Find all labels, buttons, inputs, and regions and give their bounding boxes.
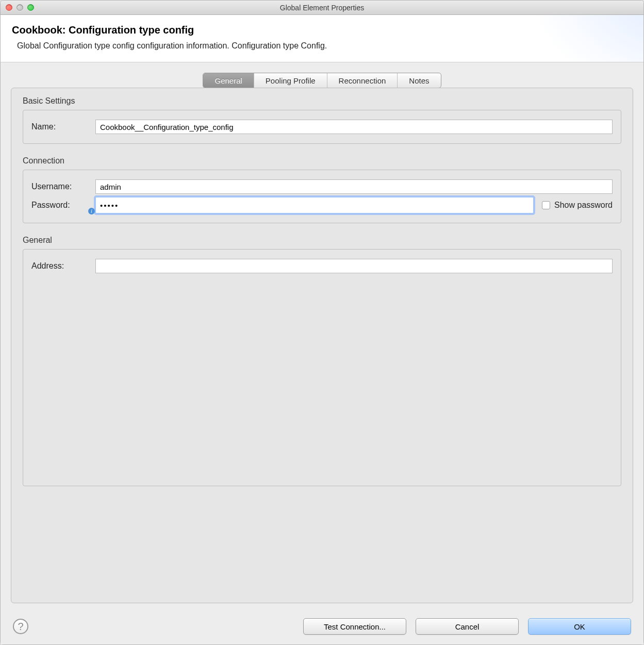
page-title: Cookbook: Configuration type config (12, 24, 632, 36)
show-password-label: Show password (554, 201, 613, 210)
window-controls (6, 4, 34, 11)
label-address: Address: (31, 261, 88, 271)
password-input[interactable] (95, 197, 534, 213)
field-row-name: Name: (31, 120, 613, 134)
dialog-window: Global Element Properties Cookbook: Conf… (0, 0, 644, 645)
group-label-connection: Connection (23, 156, 621, 166)
close-icon[interactable] (6, 4, 12, 11)
field-row-address: Address: (31, 259, 613, 273)
label-username: Username: (31, 182, 88, 191)
ok-button[interactable]: OK (528, 618, 631, 635)
field-row-username: Username: (31, 179, 613, 194)
footer: ? Test Connection... Cancel OK (1, 608, 643, 644)
test-connection-button[interactable]: Test Connection... (303, 618, 406, 635)
help-icon[interactable]: ? (13, 619, 28, 634)
name-input[interactable] (95, 120, 613, 134)
cancel-button[interactable]: Cancel (416, 618, 519, 635)
content-area: General Pooling Profile Reconnection Not… (1, 62, 643, 608)
tabs: General Pooling Profile Reconnection Not… (203, 73, 441, 88)
tab-notes[interactable]: Notes (398, 73, 440, 88)
tab-general[interactable]: General (203, 73, 254, 88)
group-basic-settings: Name: (23, 110, 621, 144)
password-wrapper: i (95, 197, 534, 213)
label-name: Name: (31, 122, 88, 131)
page-description: Global Configuration type config configu… (17, 41, 632, 51)
tab-reconnection[interactable]: Reconnection (327, 73, 398, 88)
field-row-password: Password: i Show password (31, 197, 613, 213)
label-password: Password: (31, 201, 88, 210)
minimize-icon[interactable] (16, 4, 23, 11)
header-area: Cookbook: Configuration type config Glob… (1, 15, 643, 62)
info-icon: i (88, 208, 95, 214)
zoom-icon[interactable] (27, 4, 34, 11)
group-label-basic: Basic Settings (23, 96, 621, 106)
titlebar: Global Element Properties (1, 1, 643, 15)
username-input[interactable] (95, 179, 613, 194)
show-password-row: Show password (542, 201, 613, 210)
group-label-general: General (23, 236, 621, 245)
show-password-checkbox[interactable] (542, 201, 550, 209)
tab-panel: Basic Settings Name: Connection Username… (11, 88, 633, 603)
group-connection: Username: Password: i Show password (23, 170, 621, 223)
tabs-container: General Pooling Profile Reconnection Not… (11, 73, 633, 88)
group-general: Address: (23, 249, 621, 486)
tab-pooling-profile[interactable]: Pooling Profile (254, 73, 327, 88)
window-title: Global Element Properties (6, 4, 638, 12)
address-input[interactable] (95, 259, 613, 273)
